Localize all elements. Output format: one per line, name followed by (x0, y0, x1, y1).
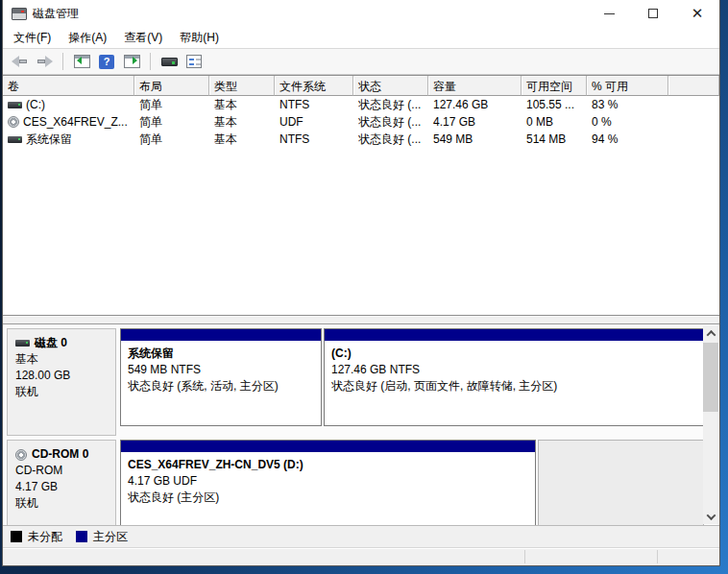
disk-state: 联机 (15, 384, 109, 400)
toolbar: ? (3, 49, 719, 75)
forward-arrow-icon (36, 56, 53, 67)
cell-freespace: 105.55 ... (522, 96, 587, 113)
disk-management-window: 磁盘管理 ✕ 文件(F) 操作(A) 查看(V) 帮助(H) ? (2, 0, 720, 566)
cell-filesystem: NTFS (275, 131, 353, 148)
cell-filesystem: UDF (275, 113, 353, 131)
col-pctfree[interactable]: % 可用 (587, 76, 668, 96)
col-empty (668, 76, 719, 96)
partition-d[interactable]: CES_X64FREV_ZH-CN_DV5 (D:) 4.17 GB UDF 状… (120, 440, 536, 525)
cell-capacity: 4.17 GB (428, 113, 522, 131)
table-row[interactable]: 系统保留 简单 基本 NTFS 状态良好 (... 549 MB 514 MB … (3, 131, 719, 148)
partition-size: 549 MB NTFS (128, 362, 319, 378)
toolbar-separator (150, 53, 151, 70)
disk-kind: CD-ROM (15, 463, 109, 479)
chevron-down-icon (706, 511, 716, 520)
col-volume[interactable]: 卷 (3, 76, 134, 96)
partition-color-bar (121, 441, 535, 453)
cell-type: 基本 (209, 96, 275, 113)
back-button[interactable] (9, 52, 30, 71)
disk-name: CD-ROM 0 (32, 446, 88, 463)
table-row[interactable]: CES_X64FREV_Z... 简单 基本 UDF 状态良好 (... 4.1… (3, 113, 719, 131)
partition-system-reserved[interactable]: 系统保留 549 MB NTFS 状态良好 (系统, 活动, 主分区) (120, 328, 322, 426)
checklist-button[interactable] (183, 52, 205, 71)
menu-bar: 文件(F) 操作(A) 查看(V) 帮助(H) (3, 27, 719, 49)
volume-table-header: 卷 布局 类型 文件系统 状态 容量 可用空间 % 可用 (3, 76, 719, 96)
cell-pctfree: 94 % (587, 131, 668, 148)
menu-file[interactable]: 文件(F) (5, 27, 60, 49)
col-freespace[interactable]: 可用空间 (522, 76, 587, 96)
pane-splitter[interactable] (3, 316, 719, 323)
col-layout[interactable]: 布局 (134, 76, 209, 96)
volume-list-pane: 卷 布局 类型 文件系统 状态 容量 可用空间 % 可用 (C:) 简单 基本 … (3, 75, 719, 316)
console-tree-button[interactable] (71, 52, 92, 71)
cell-type: 基本 (209, 131, 275, 148)
title-bar: 磁盘管理 ✕ (3, 0, 719, 27)
menu-help[interactable]: 帮助(H) (171, 27, 228, 49)
disk-size: 4.17 GB (15, 479, 109, 495)
table-row[interactable]: (C:) 简单 基本 NTFS 状态良好 (... 127.46 GB 105.… (3, 96, 719, 113)
cell-status: 状态良好 (... (353, 96, 428, 113)
action-pane-icon (124, 55, 140, 68)
chevron-up-icon (706, 329, 716, 339)
help-button[interactable]: ? (96, 52, 117, 71)
legend-unallocated: 未分配 (28, 529, 62, 545)
cell-filesystem: NTFS (275, 96, 353, 113)
disk-volume-icon (8, 136, 22, 143)
partition-c[interactable]: (C:) 127.46 GB NTFS 状态良好 (启动, 页面文件, 故障转储… (324, 328, 706, 426)
unallocated-swatch (11, 531, 22, 542)
forward-button[interactable] (34, 52, 55, 71)
close-button[interactable]: ✕ (675, 0, 719, 27)
col-type[interactable]: 类型 (209, 76, 275, 96)
graphical-view-pane: 磁盘 0 基本 128.00 GB 联机 系统保留 549 MB NTFS 状态… (3, 323, 719, 525)
cell-status: 状态良好 (... (353, 131, 428, 148)
partition-name: 系统保留 (128, 346, 319, 362)
partition-size: 4.17 GB UDF (128, 473, 533, 490)
partition-status: 状态良好 (系统, 活动, 主分区) (128, 378, 319, 395)
partition-name: CES_X64FREV_ZH-CN_DV5 (D:) (128, 457, 533, 473)
disk-icon (15, 340, 30, 347)
help-icon: ? (99, 55, 114, 69)
disk-drive-icon (161, 58, 178, 66)
cell-type: 基本 (209, 113, 275, 131)
scrollbar-thumb[interactable] (703, 343, 718, 412)
menu-action[interactable]: 操作(A) (60, 27, 115, 49)
vertical-scrollbar[interactable] (703, 325, 718, 524)
cell-freespace: 514 MB (522, 131, 587, 148)
disk0-label-panel[interactable]: 磁盘 0 基本 128.00 GB 联机 (7, 328, 116, 436)
volume-name: CES_X64FREV_Z... (23, 115, 128, 129)
col-capacity[interactable]: 容量 (428, 76, 522, 96)
cdrom0-label-panel[interactable]: CD-ROM 0 CD-ROM 4.17 GB 联机 (7, 440, 116, 525)
cell-freespace: 0 MB (522, 113, 587, 131)
maximize-icon (648, 9, 658, 18)
console-tree-icon (74, 55, 90, 68)
back-arrow-icon (12, 56, 28, 67)
statusbar-separator (524, 550, 525, 563)
action-pane-button[interactable] (121, 52, 142, 71)
cell-status: 状态良好 (... (353, 113, 428, 131)
disk-volume-icon (8, 102, 22, 108)
disk-name: 磁盘 0 (35, 335, 67, 351)
minimize-icon (604, 13, 615, 14)
empty-media-area (538, 440, 704, 525)
volume-name: 系统保留 (26, 132, 72, 148)
disk-size: 128.00 GB (15, 368, 109, 384)
cd-volume-icon (8, 116, 19, 128)
status-bar (3, 547, 719, 565)
col-filesystem[interactable]: 文件系统 (275, 76, 353, 96)
scroll-down-button[interactable] (703, 509, 718, 524)
cd-icon (15, 449, 27, 461)
disk-kind: 基本 (15, 351, 109, 368)
col-status[interactable]: 状态 (353, 76, 428, 96)
cell-layout: 简单 (134, 113, 209, 131)
disk-management-app-icon (12, 8, 27, 20)
checklist-icon (186, 55, 202, 68)
disk-row-1: CD-ROM 0 CD-ROM 4.17 GB 联机 CES_X64FREV_Z… (7, 440, 702, 525)
minimize-button[interactable] (587, 0, 631, 27)
partition-color-bar (325, 329, 705, 342)
maximize-button[interactable] (631, 0, 675, 27)
menu-view[interactable]: 查看(V) (115, 27, 171, 49)
disk-properties-button[interactable] (158, 52, 180, 71)
scroll-up-button[interactable] (703, 325, 718, 341)
disk-state: 联机 (15, 495, 109, 512)
window-title: 磁盘管理 (33, 6, 79, 22)
